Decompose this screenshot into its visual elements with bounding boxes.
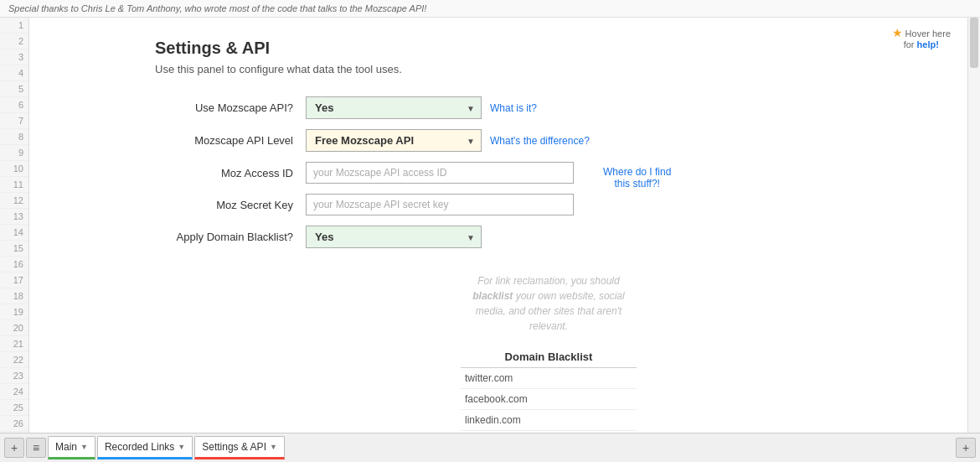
row-number: 7 (0, 113, 28, 129)
tab-main[interactable]: Main ▼ (48, 436, 95, 459)
row-number: 9 (0, 145, 28, 161)
api-level-control: Free Mozscape API Paid Mozscape API ▼ Wh… (306, 129, 590, 152)
row-number: 10 (0, 161, 28, 177)
plus-icon: + (962, 441, 969, 454)
whats-difference-link[interactable]: What's the difference? (490, 135, 590, 147)
moz-access-id-label: Moz Access ID (155, 167, 306, 179)
row-numbers: 1234567891011121314151617181920212223242… (0, 18, 29, 433)
tab-recorded-links-label: Recorded Links (105, 441, 174, 453)
row-number: 19 (0, 304, 28, 320)
row-number: 1 (0, 18, 28, 34)
list-item: facebook.com (461, 389, 637, 410)
notice-text: Special thanks to Chris Le & Tom Anthony… (8, 3, 426, 13)
where-find-link[interactable]: Where do I findthis stuff?! (603, 166, 671, 189)
row-number: 5 (0, 81, 28, 97)
row-number: 8 (0, 129, 28, 145)
list-item: linkedin.com (461, 410, 637, 431)
blacklist-header: Domain Blacklist (461, 346, 637, 368)
row-number: 2 (0, 34, 28, 49)
row-number: 23 (0, 368, 28, 384)
row-number: 13 (0, 209, 28, 225)
row-number: 25 (0, 400, 28, 416)
help-area: ★ Hover here for help! (892, 26, 951, 49)
list-item: youtube.com (461, 431, 637, 433)
moz-secret-key-control (306, 194, 574, 215)
moz-secret-key-row: Moz Secret Key (155, 194, 574, 215)
row-number: 16 (0, 257, 28, 273)
row-number: 26 (0, 416, 28, 432)
api-level-select-wrapper[interactable]: Free Mozscape API Paid Mozscape API ▼ (306, 129, 482, 152)
row-number: 24 (0, 384, 28, 400)
mozscape-api-select-wrapper[interactable]: Yes No ▼ (306, 96, 482, 119)
hover-prefix: Hover here (905, 29, 951, 39)
menu-button[interactable]: ≡ (26, 438, 46, 458)
row-number: 21 (0, 336, 28, 352)
blacklist-items: twitter.comfacebook.comlinkedin.comyoutu… (461, 368, 637, 433)
mozscape-api-select[interactable]: Yes No (306, 96, 482, 119)
api-level-label: Mozscape API Level (155, 134, 306, 147)
credentials-block: Moz Access ID Moz Secret Key Where do I … (155, 162, 942, 226)
plus-icon: + (11, 441, 18, 454)
row-number: 22 (0, 352, 28, 368)
row-number: 6 (0, 97, 28, 113)
mozscape-api-row: Use Mozscape API? Yes No ▼ What is it? (155, 96, 942, 119)
list-item: twitter.com (461, 368, 637, 389)
tab-settings-api[interactable]: Settings & API ▼ (194, 436, 285, 459)
tab-bar: + ≡ Main ▼ Recorded Links ▼ Settings & A… (0, 433, 980, 462)
what-is-it-link[interactable]: What is it? (490, 102, 537, 114)
moz-access-id-input[interactable] (306, 162, 574, 184)
notice-bar: Special thanks to Chris Le & Tom Anthony… (0, 0, 980, 18)
content-area: ★ Hover here for help! Settings & API Us… (29, 18, 967, 433)
page-title: Settings & API (155, 39, 942, 58)
chevron-down-icon: ▼ (270, 443, 277, 451)
tab-recorded-links[interactable]: Recorded Links ▼ (97, 436, 193, 459)
row-number: 18 (0, 288, 28, 304)
menu-icon: ≡ (33, 441, 39, 454)
row-number: 3 (0, 49, 28, 65)
row-number: 14 (0, 225, 28, 241)
blacklist-table: Domain Blacklist twitter.comfacebook.com… (461, 346, 637, 433)
api-level-select[interactable]: Free Mozscape API Paid Mozscape API (306, 129, 482, 152)
domain-blacklist-row: Apply Domain Blacklist? Yes No ▼ (155, 226, 942, 248)
domain-blacklist-select-wrapper[interactable]: Yes No ▼ (306, 226, 482, 248)
domain-blacklist-label: Apply Domain Blacklist? (155, 231, 306, 243)
domain-blacklist-control: Yes No ▼ (306, 226, 482, 248)
scrollbar[interactable] (967, 18, 980, 433)
row-number: 20 (0, 320, 28, 336)
row-number: 17 (0, 273, 28, 288)
chevron-down-icon: ▼ (178, 443, 185, 451)
help-link[interactable]: help! (917, 39, 939, 49)
row-number: 12 (0, 193, 28, 209)
blacklist-section: For link reclamation, you should blackli… (155, 273, 942, 433)
row-number: 4 (0, 65, 28, 81)
credentials-fields: Moz Access ID Moz Secret Key (155, 162, 574, 226)
moz-secret-key-input[interactable] (306, 194, 574, 215)
tab-main-label: Main (55, 441, 77, 453)
star-icon: ★ (892, 26, 903, 39)
add-sheet-button[interactable]: + (4, 438, 24, 458)
tab-settings-api-label: Settings & API (202, 441, 266, 453)
row-number: 11 (0, 177, 28, 193)
chevron-down-icon: ▼ (80, 443, 88, 451)
moz-access-id-row: Moz Access ID (155, 162, 574, 184)
mozscape-api-control: Yes No ▼ What is it? (306, 96, 537, 119)
mozscape-api-label: Use Mozscape API? (155, 101, 306, 114)
where-link-block: Where do I findthis stuff?! (591, 166, 671, 189)
domain-blacklist-select[interactable]: Yes No (306, 226, 482, 248)
scrollbar-thumb[interactable] (970, 18, 978, 68)
row-number: 15 (0, 241, 28, 257)
page-subtitle: Use this panel to configure what data th… (155, 63, 942, 75)
moz-access-id-control (306, 162, 574, 184)
blacklist-note: For link reclamation, you should blackli… (465, 273, 632, 334)
add-button[interactable]: + (956, 438, 976, 458)
moz-secret-key-label: Moz Secret Key (155, 199, 306, 211)
api-level-row: Mozscape API Level Free Mozscape API Pai… (155, 129, 942, 152)
